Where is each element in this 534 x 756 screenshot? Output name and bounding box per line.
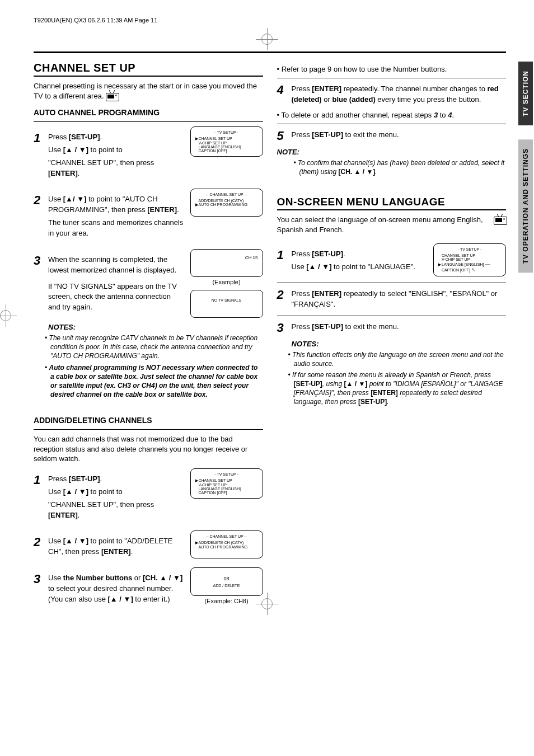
tv-icon <box>494 215 506 225</box>
osd-language: - TV SETUP - CHANNEL SET UP V-CHIP SET U… <box>433 243 506 276</box>
section-title-channel-setup: CHANNEL SET UP <box>34 62 263 74</box>
add-delete-intro: You can add channels that was not memori… <box>34 434 263 464</box>
right-note-list: To confirm that channel(s) has (have) be… <box>277 158 507 176</box>
add-step-2: 2 Use [▲ / ▼] to point to "ADD/DELETE CH… <box>34 536 185 557</box>
lang-notes-heading: NOTES: <box>277 340 507 348</box>
crop-mark-left <box>0 304 17 327</box>
right-bullet-2: To delete or add another channel, repeat… <box>277 111 507 119</box>
osd-no-signal: NO TV SIGNALS <box>190 290 263 318</box>
lang-step-3: 3 Press [SET-UP] to exit the menu. <box>277 322 507 334</box>
file-header: T9200UA(EN).QX3 06.2.6 11:39 AM Page 11 <box>34 17 506 24</box>
osd-channel-setup: -- CHANNEL SET UP -- ADD/DELETE CH (CATV… <box>190 189 263 217</box>
add-step-1: 1 Press [SET-UP]. Use [▲ / ▼] to point t… <box>34 474 185 520</box>
crop-mark-top <box>256 28 278 50</box>
lang-notes-list: This function effects only the language … <box>277 350 507 407</box>
lang-step-1: 1 Press [SET-UP]. Use [▲ / ▼] to point t… <box>277 249 428 273</box>
step-2: 2 Use [▲/ ▼] to point to "AUTO CH PROGRA… <box>34 194 185 238</box>
osd-scan-caption: (Example) <box>190 279 263 285</box>
section-title-language: ON-SCREEN MENU LANGUAGE <box>277 196 446 208</box>
osd-tv-setup: - TV SETUP - ▶CHANNEL SET UP V-CHIP SET … <box>190 126 263 157</box>
osd-add-caption: (Example: CH8) <box>190 598 263 604</box>
language-intro: You can select the language of on-screen… <box>277 215 489 234</box>
add-step-3: 3 Use the Number buttons or [CH. ▲ / ▼] … <box>34 573 185 605</box>
crop-mark-bottom <box>256 593 278 615</box>
right-step-4: 4 Press [ENTER] repeatedly. The channel … <box>277 84 507 105</box>
step-1: 1 Press [SET-UP]. Use [▲ / ▼] to point t… <box>34 132 185 179</box>
right-bullet-1: Refer to page 9 on how to use the Number… <box>277 65 507 73</box>
side-tab-operation: TV OPERATION AND SETTINGS <box>518 139 533 273</box>
right-step-5: 5 Press [SET-UP] to exit the menu. <box>277 130 507 142</box>
osd-tv-setup-2: - TV SETUP - ▶CHANNEL SET UP V-CHIP SET … <box>190 468 263 499</box>
side-tab-section: TV SECTION <box>518 62 533 125</box>
top-rule <box>34 51 506 53</box>
tv-icon <box>106 91 118 101</box>
osd-scan-result: CH 15 <box>190 249 263 277</box>
intro-text: Channel presetting is necessary at the s… <box>34 81 263 101</box>
subheading-add-delete: ADDING/DELETING CHANNELS <box>34 416 263 425</box>
osd-add-delete: 08 ADD / DELETE <box>190 567 263 596</box>
notes-list: The unit may recognize CATV channels to … <box>34 334 263 399</box>
osd-channel-setup-2: -- CHANNEL SET UP -- ▶ADD/DELETE CH (CAT… <box>190 530 263 558</box>
lang-step-2: 2 Press [ENTER] repeatedly to select "EN… <box>277 289 507 310</box>
right-note-heading: NOTE: <box>277 148 507 156</box>
subheading-auto-programming: AUTO CHANNEL PROGRAMMING <box>34 108 263 117</box>
step-3: 3 When the scanning is completed, the lo… <box>34 255 185 313</box>
notes-heading: NOTES: <box>34 323 263 331</box>
